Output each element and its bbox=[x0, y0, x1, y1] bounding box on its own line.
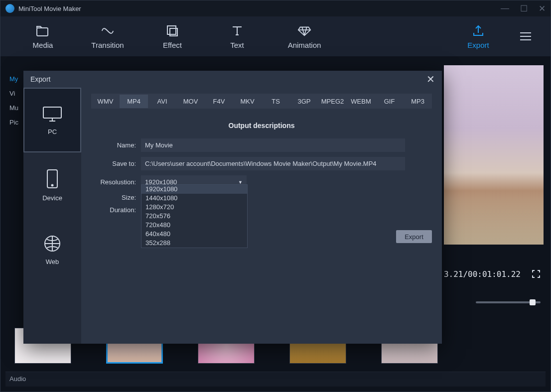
audio-track-label[interactable]: Audio bbox=[5, 372, 546, 387]
format-3gp[interactable]: 3GP bbox=[290, 95, 318, 108]
saveto-label: Save to: bbox=[91, 160, 136, 167]
format-f4v[interactable]: F4V bbox=[205, 95, 233, 108]
format-avi[interactable]: AVI bbox=[148, 95, 176, 108]
output-descriptions-heading: Output descriptions bbox=[91, 122, 432, 130]
format-mp4[interactable]: MP4 bbox=[120, 95, 148, 108]
format-mpeg2[interactable]: MPEG2 bbox=[318, 95, 347, 108]
svg-rect-3 bbox=[43, 107, 61, 118]
format-mkv[interactable]: MKV bbox=[233, 95, 262, 108]
format-ts[interactable]: TS bbox=[262, 95, 290, 108]
svg-point-5 bbox=[52, 184, 53, 186]
format-gif[interactable]: GIF bbox=[375, 95, 404, 108]
resolution-option[interactable]: 720x576 bbox=[141, 212, 247, 221]
preview-panel bbox=[444, 65, 544, 245]
tab-text[interactable]: Text bbox=[205, 24, 270, 49]
export-target-sidebar: PC Device Web bbox=[23, 88, 81, 344]
sidetab-d[interactable]: Pic bbox=[9, 119, 18, 126]
pc-icon bbox=[41, 105, 63, 123]
saveto-input[interactable] bbox=[141, 157, 405, 170]
library-tabs-partial: My Vi Mu Pic bbox=[9, 75, 18, 126]
tab-media-label: Media bbox=[33, 41, 53, 49]
app-title: MiniTool Movie Maker bbox=[18, 5, 81, 12]
tab-export-label: Export bbox=[467, 41, 489, 49]
tab-text-label: Text bbox=[230, 41, 244, 49]
tab-export[interactable]: Export bbox=[446, 24, 511, 49]
transition-icon bbox=[101, 24, 115, 38]
format-mov[interactable]: MOV bbox=[176, 95, 205, 108]
export-icon bbox=[471, 24, 485, 38]
zoom-slider[interactable] bbox=[476, 301, 541, 303]
effect-icon bbox=[165, 24, 179, 38]
resolution-option[interactable]: 1280x720 bbox=[141, 203, 247, 212]
sidebar-item-device[interactable]: Device bbox=[23, 152, 81, 217]
close-window-icon[interactable]: ✕ bbox=[539, 3, 546, 14]
export-dialog: Export ✕ PC Device Web WMV MP4 AVI MOV bbox=[23, 71, 442, 344]
tab-effect-label: Effect bbox=[163, 41, 182, 49]
format-webm[interactable]: WEBM bbox=[347, 95, 375, 108]
tab-transition-label: Transition bbox=[91, 41, 124, 49]
tab-effect[interactable]: Effect bbox=[140, 24, 205, 49]
sidebar-item-label: Device bbox=[42, 194, 62, 202]
sidetab-b[interactable]: Vi bbox=[9, 90, 18, 97]
globe-icon bbox=[43, 234, 62, 253]
titlebar: MiniTool Movie Maker — ☐ ✕ bbox=[0, 0, 551, 16]
resolution-label: Resolustion: bbox=[91, 178, 136, 186]
tab-animation-label: Animation bbox=[288, 41, 321, 49]
timecode: 3.21/00:01:01.22 bbox=[444, 269, 521, 279]
device-icon bbox=[45, 168, 60, 189]
resolution-option[interactable]: 1920x1080 bbox=[141, 185, 247, 194]
text-icon bbox=[230, 24, 244, 38]
resolution-dropdown: 1920x1080 1440x1080 1280x720 720x576 720… bbox=[141, 184, 248, 248]
menu-button[interactable] bbox=[511, 31, 541, 41]
name-input[interactable] bbox=[141, 138, 405, 152]
preview-frame bbox=[444, 65, 544, 245]
sidebar-item-label: Web bbox=[46, 258, 59, 265]
format-wmv[interactable]: WMV bbox=[91, 95, 120, 108]
resolution-option[interactable]: 640x480 bbox=[141, 230, 247, 239]
resolution-option[interactable]: 720x480 bbox=[141, 221, 247, 230]
sidebar-item-pc[interactable]: PC bbox=[23, 88, 81, 152]
export-button[interactable]: Export bbox=[396, 230, 432, 243]
folder-icon bbox=[36, 24, 50, 38]
size-label: Size: bbox=[91, 194, 136, 201]
svg-rect-1 bbox=[167, 26, 176, 34]
name-label: Name: bbox=[91, 141, 136, 149]
duration-label: Duration: bbox=[91, 206, 136, 214]
tab-transition[interactable]: Transition bbox=[75, 24, 140, 49]
fullscreen-icon[interactable] bbox=[532, 269, 541, 280]
minimize-icon[interactable]: — bbox=[501, 3, 509, 14]
main-toolbar: Media Transition Effect Text Animation E… bbox=[0, 16, 551, 56]
close-icon[interactable]: ✕ bbox=[426, 73, 435, 85]
export-dialog-title: Export bbox=[30, 75, 50, 83]
tab-media[interactable]: Media bbox=[10, 24, 75, 49]
format-tabs: WMV MP4 AVI MOV F4V MKV TS 3GP MPEG2 WEB… bbox=[91, 94, 432, 109]
svg-rect-0 bbox=[37, 28, 48, 36]
resolution-option[interactable]: 1440x1080 bbox=[141, 194, 247, 203]
sidetab-c[interactable]: Mu bbox=[9, 104, 18, 112]
resolution-option[interactable]: 352x288 bbox=[141, 239, 247, 248]
sidebar-item-web[interactable]: Web bbox=[23, 217, 81, 282]
export-settings: WMV MP4 AVI MOV F4V MKV TS 3GP MPEG2 WEB… bbox=[81, 88, 442, 344]
sidetab-a[interactable]: My bbox=[9, 75, 18, 83]
tab-animation[interactable]: Animation bbox=[270, 24, 339, 49]
maximize-icon[interactable]: ☐ bbox=[520, 3, 528, 14]
app-logo bbox=[5, 4, 14, 13]
chevron-down-icon: ▼ bbox=[238, 180, 243, 185]
sidebar-item-label: PC bbox=[48, 128, 57, 135]
diamond-icon bbox=[297, 24, 311, 38]
export-dialog-titlebar: Export ✕ bbox=[23, 71, 442, 88]
format-mp3[interactable]: MP3 bbox=[404, 95, 432, 108]
